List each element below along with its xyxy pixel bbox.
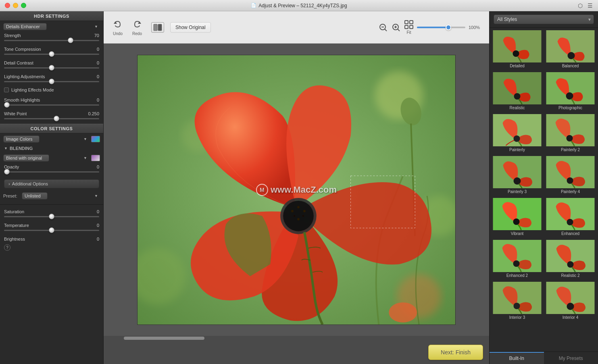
svg-rect-11 xyxy=(405,21,408,24)
zoom-slider-track[interactable] xyxy=(417,27,465,28)
style-item-realistic[interactable]: Realistic xyxy=(492,72,543,112)
style-name-realistic: Realistic xyxy=(492,104,542,111)
undo-label: Undo xyxy=(113,31,123,36)
color-swatch[interactable] xyxy=(91,136,100,142)
detail-contrast-slider-track[interactable] xyxy=(4,67,99,69)
style-item-interior4[interactable]: Interior 4 xyxy=(545,281,596,321)
style-thumb-realistic2 xyxy=(545,240,596,272)
style-name-photographic: Photographic xyxy=(545,104,596,111)
strength-slider-track[interactable] xyxy=(4,40,99,41)
smooth-highlights-slider-thumb[interactable] xyxy=(4,102,10,108)
style-item-painterly2[interactable]: Painterly 2 xyxy=(545,114,596,154)
style-name-realistic2: Realistic 2 xyxy=(545,272,596,279)
minimize-button[interactable] xyxy=(13,3,18,8)
preview-scrollbar-thumb[interactable] xyxy=(124,337,204,340)
undo-button[interactable]: Undo xyxy=(110,17,126,37)
additional-options-arrow: › xyxy=(8,181,10,186)
white-point-slider-thumb[interactable] xyxy=(54,116,59,121)
next-finish-button[interactable]: Next: Finish xyxy=(428,345,483,360)
preset-row: Preset: Unlisted ▼ xyxy=(0,191,103,201)
saturation-slider-thumb[interactable] xyxy=(49,214,54,219)
titlebar: 📄 Adjust & Preview – 52112_4Ky4yTZS.jpg … xyxy=(0,0,598,11)
lighting-adjustments-slider-thumb[interactable] xyxy=(49,79,54,84)
svg-point-33 xyxy=(513,50,519,57)
help-icon[interactable]: ? xyxy=(4,244,10,251)
style-thumb-painterly xyxy=(492,114,542,146)
preset-label: Preset: xyxy=(3,193,19,198)
svg-point-53 xyxy=(513,260,520,267)
window-title: Adjust & Preview – 52112_4Ky4yTZS.jpg xyxy=(258,3,347,8)
preview-scrollbar[interactable] xyxy=(104,336,489,341)
opacity-slider-track[interactable] xyxy=(4,171,99,173)
tab-builtin[interactable]: Built-In xyxy=(490,352,544,364)
temperature-slider-track[interactable] xyxy=(4,230,99,231)
detail-contrast-slider-thumb[interactable] xyxy=(49,65,54,71)
redo-button[interactable]: Redo xyxy=(129,17,145,37)
next-button-area: Next: Finish xyxy=(104,341,489,364)
blend-select[interactable]: Blend with original xyxy=(3,154,49,162)
close-button[interactable] xyxy=(5,3,10,8)
style-item-painterly[interactable]: Painterly xyxy=(492,114,543,154)
strength-slider-thumb[interactable] xyxy=(68,37,73,43)
strength-label: Strength xyxy=(4,33,87,38)
style-item-enhanced[interactable]: Enhanced xyxy=(545,198,596,237)
style-item-interior3[interactable]: Interior 3 xyxy=(492,281,543,321)
fit-button[interactable]: Fit xyxy=(404,20,414,35)
menu-button[interactable]: ☰ xyxy=(587,2,593,9)
redo-icon xyxy=(131,19,143,30)
smooth-highlights-slider-track[interactable] xyxy=(4,104,99,106)
style-item-vibrant[interactable]: Vibrant xyxy=(492,198,543,237)
style-thumb-painterly3 xyxy=(492,156,542,188)
lighting-adjustments-slider-container xyxy=(0,80,103,87)
style-item-painterly4[interactable]: Painterly 4 xyxy=(545,156,596,196)
style-item-enhanced2[interactable]: Enhanced 2 xyxy=(492,239,543,279)
details-enhancer-wrapper: Details Enhancer ▼ xyxy=(3,23,100,30)
svg-point-59 xyxy=(567,303,574,310)
lighting-adjustments-slider-track[interactable] xyxy=(4,81,99,82)
split-preview-button[interactable] xyxy=(151,22,164,33)
show-original-button[interactable]: Show Original xyxy=(170,22,211,33)
svg-line-6 xyxy=(385,29,387,31)
tone-compression-slider-track[interactable] xyxy=(4,54,99,55)
temperature-value: 0 xyxy=(87,223,99,228)
tab-mypresets[interactable]: My Presets xyxy=(544,352,598,364)
styles-select[interactable]: All Styles xyxy=(494,15,594,24)
svg-point-29 xyxy=(302,215,304,216)
zoom-in-button[interactable] xyxy=(391,23,401,32)
preset-select[interactable]: Unlisted xyxy=(22,192,48,200)
preview-area[interactable]: M www.MacZ.com xyxy=(104,44,489,336)
lighting-effects-mode-checkbox[interactable] xyxy=(4,87,9,92)
temperature-slider-thumb[interactable] xyxy=(49,227,54,233)
additional-options-label: Additional Options xyxy=(12,181,48,186)
zoom-out-button[interactable] xyxy=(378,23,388,32)
image-colors-select[interactable]: Image Colors xyxy=(3,135,40,143)
share-button[interactable]: ⬡ xyxy=(577,2,583,9)
svg-rect-48 xyxy=(493,198,542,230)
style-item-balanced[interactable]: Balanced xyxy=(545,30,596,70)
svg-point-41 xyxy=(514,135,520,142)
blending-triangle: ▼ xyxy=(4,146,8,150)
style-item-painterly3[interactable]: Painterly 3 xyxy=(492,156,543,196)
additional-options-button[interactable]: › Additional Options xyxy=(4,179,99,188)
style-thumb-painterly2 xyxy=(545,114,596,146)
strength-value: 70 xyxy=(87,33,99,38)
style-item-photographic[interactable]: Photographic xyxy=(545,72,596,112)
details-enhancer-select[interactable]: Details Enhancer xyxy=(3,23,47,30)
opacity-slider-thumb[interactable] xyxy=(4,169,10,175)
blend-swatch[interactable] xyxy=(91,155,100,161)
detail-contrast-value: 0 xyxy=(87,60,99,65)
style-thumb-detailed xyxy=(492,30,542,62)
style-thumb-enhanced2 xyxy=(492,240,542,272)
zoom-slider-thumb[interactable] xyxy=(446,25,451,30)
tone-compression-slider-thumb[interactable] xyxy=(49,51,54,57)
white-point-slider-track[interactable] xyxy=(4,118,99,119)
style-name-interior3: Interior 3 xyxy=(492,314,542,321)
style-item-realistic2[interactable]: Realistic 2 xyxy=(545,239,596,279)
details-enhancer-arrow: ▼ xyxy=(94,25,98,29)
blending-header[interactable]: ▼ BLENDING xyxy=(0,144,103,152)
style-item-detailed[interactable]: Detailed xyxy=(492,30,543,70)
style-name-painterly4: Painterly 4 xyxy=(545,188,596,195)
left-panel: HDR SETTINGS Details Enhancer ▼ Strength… xyxy=(0,11,104,364)
saturation-slider-track[interactable] xyxy=(4,216,99,217)
maximize-button[interactable] xyxy=(21,3,26,8)
